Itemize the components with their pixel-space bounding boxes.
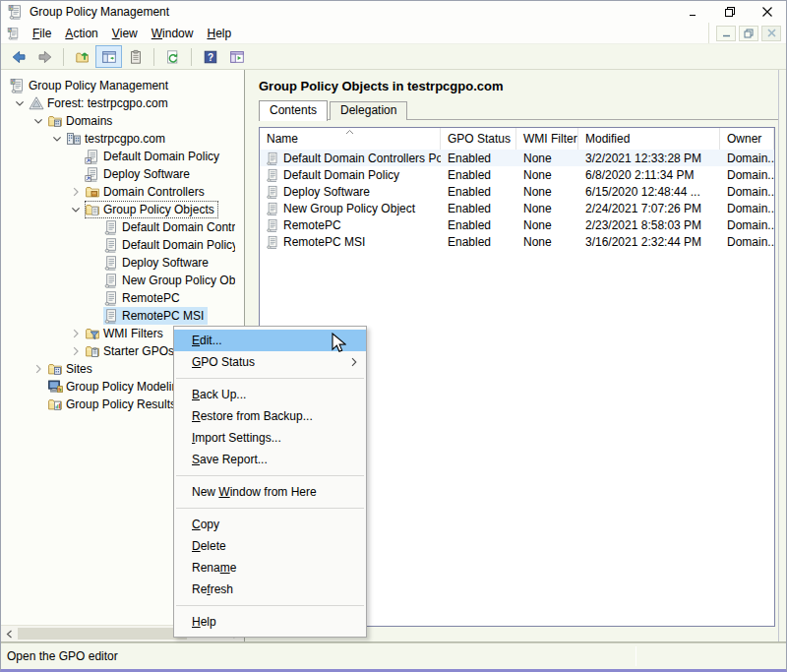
gpo-link-icon	[85, 149, 100, 164]
column-label: WMI Filter	[523, 132, 577, 146]
modified-cell: 6/8/2020 2:11:34 PM	[578, 168, 720, 182]
tree-item-group-policy-objects[interactable]: Group Policy Objects	[1, 201, 235, 218]
minimize-button[interactable]	[674, 1, 711, 23]
menu-window[interactable]: Window	[145, 23, 201, 43]
table-row-new-group-policy-object[interactable]: New Group Policy ObjectEnabledNone2/24/2…	[260, 200, 774, 216]
tree-item-default-domain-policy[interactable]: Default Domain Policy	[1, 148, 235, 165]
gpo-icon	[266, 184, 279, 198]
tab-delegation[interactable]: Delegation	[330, 101, 407, 120]
scrollbar-thumb[interactable]	[18, 628, 187, 640]
tree-item-label: Domain Controllers	[103, 185, 205, 199]
expand-icon[interactable]	[68, 343, 84, 359]
tree-item-label: Group Policy Objects	[103, 203, 214, 216]
collapse-icon[interactable]	[12, 95, 28, 111]
paste-button[interactable]	[122, 45, 149, 68]
window-title: Group Policy Management	[30, 5, 674, 19]
tree-item-group-policy-management[interactable]: Group Policy Management	[1, 77, 235, 94]
context-menu-item-new-window-from-here[interactable]: New Window from Here	[174, 481, 366, 503]
tree-item-testrpcgpo-com[interactable]: testrpcgpo.com	[1, 130, 235, 148]
gpo-icon	[266, 201, 279, 214]
context-menu-item-save-report[interactable]: Save Report...	[174, 449, 366, 470]
new-window-button[interactable]	[223, 45, 250, 68]
modeling-icon	[47, 379, 63, 395]
tree-item-label: Domains	[66, 114, 112, 128]
submenu-arrow-icon	[351, 357, 357, 367]
paste-icon	[128, 49, 144, 65]
expand-icon[interactable]	[68, 326, 84, 341]
menu-help[interactable]: Help	[200, 23, 238, 43]
refresh-button[interactable]	[159, 45, 186, 68]
menu-file[interactable]: File	[26, 23, 58, 43]
gpo-link-icon	[85, 166, 100, 182]
child-close-button[interactable]	[761, 26, 781, 41]
gpo-status-cell: Enabled	[441, 202, 516, 215]
context-menu-item-delete[interactable]: Delete	[174, 535, 366, 557]
gpo-status-cell: Enabled	[441, 235, 516, 249]
tab-contents[interactable]: Contents	[259, 100, 328, 121]
expand-icon[interactable]	[68, 184, 84, 200]
owner-cell: Domain...	[720, 202, 774, 215]
child-window-controls	[708, 23, 786, 43]
context-menu-item-import-settings[interactable]: Import Settings...	[174, 427, 366, 449]
tree-item-deploy-software[interactable]: Deploy Software	[1, 165, 235, 183]
table-row-remotepc[interactable]: RemotePCEnabledNone2/23/2021 8:58:03 PMD…	[260, 216, 774, 233]
help-icon: ?	[203, 49, 218, 65]
help-button[interactable]: ?	[197, 45, 223, 68]
collapse-icon[interactable]	[49, 131, 65, 147]
up-one-level-button[interactable]	[69, 45, 95, 68]
close-button[interactable]	[749, 1, 786, 23]
tree-item-default-domain-policy[interactable]: Default Domain Policy	[1, 236, 235, 254]
tree-item-label: Default Domain Controllers Policy	[122, 220, 235, 234]
menu-action[interactable]: Action	[58, 23, 104, 43]
tree-item-domain-controllers[interactable]: Domain Controllers	[1, 183, 235, 201]
forward-button[interactable]	[31, 45, 58, 68]
column-header-modified[interactable]: Modified	[578, 128, 720, 150]
back-icon	[11, 49, 27, 65]
column-header-gpo-status[interactable]: GPO Status	[441, 128, 516, 150]
column-header-owner[interactable]: Owner	[720, 128, 774, 150]
child-minimize-button[interactable]	[716, 26, 736, 41]
menu-separator	[174, 373, 366, 384]
maximize-button[interactable]	[711, 1, 749, 23]
tree-item-label: RemotePC	[122, 291, 180, 305]
cell-text: Domain...	[727, 202, 774, 215]
gpo-icon	[266, 167, 279, 181]
tree-item-label: RemotePC MSI	[122, 309, 204, 323]
cell-text: 2/23/2021 8:58:03 PM	[585, 218, 701, 232]
scroll-left-button[interactable]	[1, 626, 18, 641]
wmi-filter-cell: None	[516, 152, 578, 165]
tree-item-remotepc-msi[interactable]: RemotePC MSI	[1, 307, 235, 325]
status-bar-divider	[636, 646, 636, 666]
show-console-tree-button[interactable]	[95, 45, 122, 68]
page-title: Group Policy Objects in testrpcgpo.com	[259, 79, 504, 93]
context-menu-item-rename[interactable]: Rename	[174, 557, 366, 579]
table-row-deploy-software[interactable]: Deploy SoftwareEnabledNone6/15/2020 12:4…	[260, 183, 774, 200]
expand-icon[interactable]	[30, 361, 46, 377]
column-header-name[interactable]: Name	[260, 128, 441, 150]
back-button[interactable]	[5, 45, 31, 68]
collapse-icon[interactable]	[68, 202, 84, 217]
collapse-icon[interactable]	[30, 113, 46, 129]
menu-view[interactable]: View	[105, 23, 145, 43]
tree-item-default-domain-controllers-policy[interactable]: Default Domain Controllers Policy	[1, 218, 235, 236]
tree-item-domains[interactable]: Domains	[1, 112, 235, 130]
column-header-wmi-filter[interactable]: WMI Filter	[516, 128, 578, 150]
context-menu-item-help[interactable]: Help	[174, 611, 366, 633]
context-menu-item-back-up[interactable]: Back Up...	[174, 384, 366, 405]
tree-item-remotepc[interactable]: RemotePC	[1, 289, 235, 307]
context-menu-item-restore-from-backup[interactable]: Restore from Backup...	[174, 405, 366, 427]
cell-text: None	[523, 185, 552, 199]
table-row-default-domain-controllers-policy[interactable]: Default Domain Controllers PolicyEnabled…	[260, 150, 774, 166]
table-row-remotepc-msi[interactable]: RemotePC MSIEnabledNone3/16/2021 2:32:44…	[260, 233, 774, 250]
tree-item-deploy-software[interactable]: Deploy Software	[1, 254, 235, 272]
context-menu-item-refresh[interactable]: Refresh	[174, 579, 366, 600]
forest-icon	[29, 95, 44, 111]
cell-text: RemotePC	[283, 218, 341, 232]
tree-item-new-group-policy-object[interactable]: New Group Policy Object	[1, 272, 235, 289]
tree-item-forest-testrpcgpo-com[interactable]: Forest: testrpcgpo.com	[1, 94, 235, 112]
context-menu-item-copy[interactable]: Copy	[174, 514, 366, 535]
table-row-default-domain-policy[interactable]: Default Domain PolicyEnabledNone6/8/2020…	[260, 166, 774, 183]
gpo-name-cell: Default Domain Controllers Policy	[260, 151, 441, 166]
cell-text: 2/24/2021 7:07:26 PM	[585, 202, 701, 215]
child-restore-button[interactable]	[739, 26, 758, 41]
